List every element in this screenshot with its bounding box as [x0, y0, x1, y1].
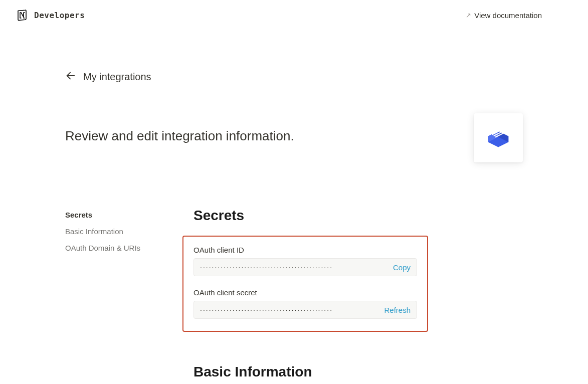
- copy-button[interactable]: Copy: [388, 263, 411, 272]
- secrets-highlight-box: OAuth client ID ························…: [182, 236, 428, 332]
- basic-information-heading: Basic Information: [193, 364, 523, 380]
- oauth-client-id-value: ········································…: [200, 263, 388, 271]
- sidebar-item-basic-information[interactable]: Basic Information: [65, 224, 193, 239]
- main-panel: Secrets OAuth client ID ················…: [193, 208, 523, 380]
- page-header: Developers ↗ View documentation: [0, 0, 588, 30]
- main-content-area: My integrations Review and edit integrat…: [0, 70, 588, 380]
- back-link[interactable]: My integrations: [65, 70, 523, 83]
- oauth-client-secret-group: OAuth client secret ····················…: [193, 288, 417, 319]
- oauth-client-id-field: ········································…: [193, 258, 417, 276]
- secrets-heading: Secrets: [193, 208, 523, 224]
- oauth-client-secret-label: OAuth client secret: [193, 288, 417, 297]
- sidebar-item-secrets[interactable]: Secrets: [65, 208, 193, 222]
- view-docs-label: View documentation: [474, 11, 542, 20]
- oauth-client-id-group: OAuth client ID ························…: [193, 246, 417, 276]
- oauth-client-id-label: OAuth client ID: [193, 246, 417, 254]
- two-column-layout: Secrets Basic Information OAuth Domain &…: [65, 208, 523, 380]
- integration-icon: [485, 124, 512, 151]
- oauth-client-secret-value: ········································…: [200, 306, 379, 314]
- back-link-label: My integrations: [83, 71, 151, 83]
- notion-logo-icon[interactable]: [16, 9, 28, 21]
- view-documentation-link[interactable]: ↗ View documentation: [466, 11, 542, 20]
- arrow-left-icon: [65, 70, 76, 83]
- sidebar-item-oauth-domain-uris[interactable]: OAuth Domain & URIs: [65, 241, 193, 255]
- page-description: Review and edit integration information.: [65, 128, 294, 144]
- oauth-client-secret-field: ········································…: [193, 301, 417, 319]
- refresh-button[interactable]: Refresh: [379, 306, 411, 314]
- integration-avatar: [474, 113, 523, 162]
- brand-text: Developers: [34, 11, 85, 20]
- header-left: Developers: [16, 9, 85, 21]
- external-link-icon: ↗: [466, 12, 471, 19]
- sidebar-nav: Secrets Basic Information OAuth Domain &…: [65, 208, 193, 380]
- page-title-row: Review and edit integration information.: [65, 113, 523, 162]
